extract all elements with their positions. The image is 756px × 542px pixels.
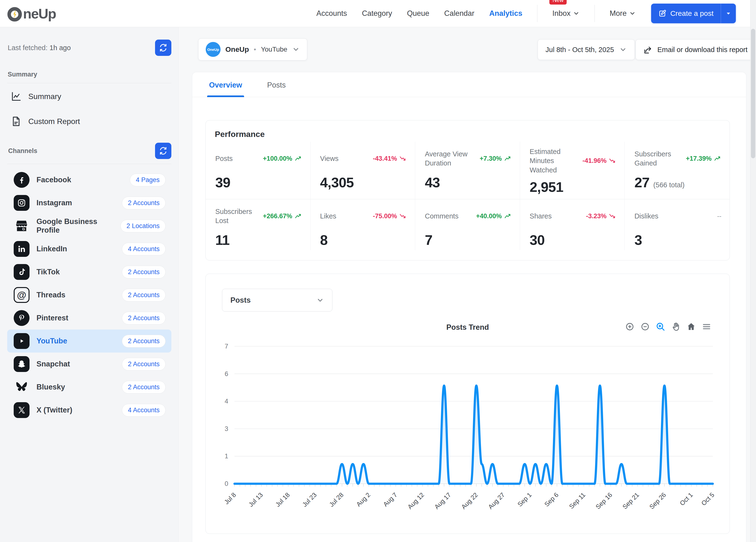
channel-item-linkedin[interactable]: LinkedIn4 Accounts — [7, 238, 171, 261]
series-selector-value: Posts — [230, 296, 251, 304]
channel-label: Pinterest — [36, 314, 68, 322]
svg-text:Jul 23: Jul 23 — [301, 491, 318, 508]
metric-estimated-minutes-watched: Estimated Minutes Watched-41.96%2,951 — [520, 142, 625, 199]
date-range-picker[interactable]: Jul 8th - Oct 5th, 2025 — [538, 39, 635, 60]
scrollbar-thumb[interactable] — [751, 29, 755, 158]
tab-overview[interactable]: Overview — [208, 81, 243, 97]
metric-label: Views — [320, 154, 339, 163]
trend-down-icon — [609, 158, 616, 164]
nav-label: Queue — [407, 9, 429, 18]
channel-item-google-business-profile[interactable]: GGoogle Business Profile2 Locations — [7, 215, 171, 238]
create-post-button[interactable]: Create a post — [651, 4, 736, 23]
threads-at-glyph: @ — [17, 290, 26, 300]
refresh-summary-button[interactable] — [155, 40, 171, 56]
metric-label: Posts — [215, 154, 233, 163]
sidebar-item-custom-report[interactable]: Custom Report — [7, 110, 171, 133]
bluesky-icon — [13, 378, 30, 396]
refresh-channels-button[interactable] — [155, 143, 171, 159]
trend-down-icon — [399, 213, 407, 219]
channel-label: Threads — [36, 291, 66, 299]
metric-label: Average View Duration — [425, 150, 477, 168]
channel-count-badge: 2 Accounts — [122, 312, 166, 324]
nav-item-category[interactable]: Category — [362, 9, 392, 18]
logo-bolt-icon — [7, 4, 22, 23]
svg-text:Aug 7: Aug 7 — [382, 491, 399, 508]
performance-card: Performance Posts+100.00%39Views-43.41%4… — [205, 120, 730, 261]
chevron-down-icon — [292, 46, 300, 53]
tab-bar: OverviewPosts — [192, 72, 746, 97]
chevron-down-icon — [619, 46, 627, 54]
metric-shares: Shares-3.23%30 — [520, 199, 625, 250]
menu-icon[interactable] — [702, 322, 711, 331]
create-post-caret[interactable] — [721, 10, 736, 17]
new-badge: New — [549, 0, 567, 5]
svg-text:Aug 22: Aug 22 — [460, 491, 479, 511]
metric-subscribers-lost: Subscribers Lost+266.67%11 — [206, 199, 311, 250]
channel-item-x-twitter[interactable]: X (Twitter)4 Accounts — [7, 398, 171, 422]
sidebar-item-summary[interactable]: Summary — [7, 85, 171, 108]
channel-item-youtube[interactable]: YouTube2 Accounts — [7, 329, 171, 352]
selection-zoom-icon[interactable] — [656, 322, 665, 331]
posts-trend-chart: 013467Jul 8Jul 13Jul 18Jul 23Jul 28Aug 2… — [206, 337, 730, 529]
metric-value: 39 — [215, 174, 230, 191]
nav-item-accounts[interactable]: Accounts — [316, 9, 347, 18]
svg-text:0: 0 — [225, 480, 228, 487]
snapchat-icon — [13, 355, 30, 373]
metric-value: 11 — [215, 232, 229, 248]
metric-label: Likes — [320, 212, 336, 221]
svg-text:Sep 11: Sep 11 — [568, 491, 587, 510]
metric-change: -- — [717, 213, 721, 220]
trend-up-icon — [714, 156, 721, 162]
divider — [7, 83, 171, 83]
svg-text:Oct 1: Oct 1 — [678, 491, 694, 507]
trend-up-icon — [504, 156, 512, 162]
oneup-logo[interactable]: neUp — [7, 4, 56, 23]
nav-label: More — [610, 9, 627, 18]
metric-extra: (566 total) — [653, 181, 685, 189]
channel-item-pinterest[interactable]: Pinterest2 Accounts — [7, 306, 171, 329]
tab-posts[interactable]: Posts — [266, 81, 287, 97]
zoom-out-icon[interactable] — [640, 322, 650, 331]
svg-text:Sep 16: Sep 16 — [594, 491, 614, 511]
channel-count-badge: 2 Locations — [120, 220, 166, 233]
svg-text:3: 3 — [225, 425, 228, 432]
facebook-icon — [13, 171, 30, 189]
channel-item-threads[interactable]: @Threads2 Accounts — [7, 283, 171, 306]
last-fetched-text: Last fetched: 1h ago — [8, 44, 71, 52]
nav-item-inbox[interactable]: InboxNew — [552, 9, 580, 18]
metric-value: 30 — [530, 232, 545, 248]
email-download-report-button[interactable]: Email or download this report — [636, 39, 755, 60]
metric-dislikes: Dislikes--3 — [625, 199, 730, 250]
svg-text:Sep 21: Sep 21 — [621, 491, 641, 511]
pencil-icon — [658, 9, 666, 18]
series-selector-dropdown[interactable]: Posts — [222, 289, 332, 311]
channel-item-snapchat[interactable]: Snapchat2 Accounts — [7, 352, 171, 375]
metric-label: Estimated Minutes Watched — [530, 147, 580, 175]
nav-item-queue[interactable]: Queue — [407, 9, 429, 18]
metric-value: 43 — [425, 174, 440, 191]
channel-label: LinkedIn — [36, 245, 67, 253]
metric-change: +266.67% — [263, 213, 302, 220]
channel-item-facebook[interactable]: Facebook4 Pages — [7, 168, 171, 191]
nav-label: Accounts — [316, 9, 347, 18]
zoom-in-icon[interactable] — [625, 322, 635, 331]
chart-icon — [11, 91, 22, 102]
nav-divider — [537, 5, 537, 22]
scrollbar-track[interactable] — [750, 0, 756, 542]
oneup-avatar: OneUp — [206, 42, 221, 57]
channel-item-bluesky[interactable]: Bluesky2 Accounts — [7, 375, 171, 398]
channel-item-tiktok[interactable]: TikTok2 Accounts — [7, 261, 171, 283]
nav-item-analytics[interactable]: Analytics — [489, 9, 522, 18]
chart-toolbar — [625, 322, 711, 331]
metric-posts: Posts+100.00%39 — [206, 142, 311, 199]
nav-item-more[interactable]: More — [610, 9, 636, 18]
channel-label: Snapchat — [36, 360, 70, 368]
home-reset-icon[interactable] — [686, 322, 696, 331]
chevron-down-icon — [629, 10, 636, 17]
account-selector[interactable]: OneUp OneUp • YouTube — [198, 38, 307, 60]
threads-icon: @ — [13, 286, 30, 303]
pan-icon[interactable] — [671, 322, 681, 331]
nav-item-calendar[interactable]: Calendar — [444, 9, 474, 18]
channel-item-instagram[interactable]: Instagram2 Accounts — [7, 191, 171, 215]
metric-comments: Comments+40.00%7 — [415, 199, 520, 250]
